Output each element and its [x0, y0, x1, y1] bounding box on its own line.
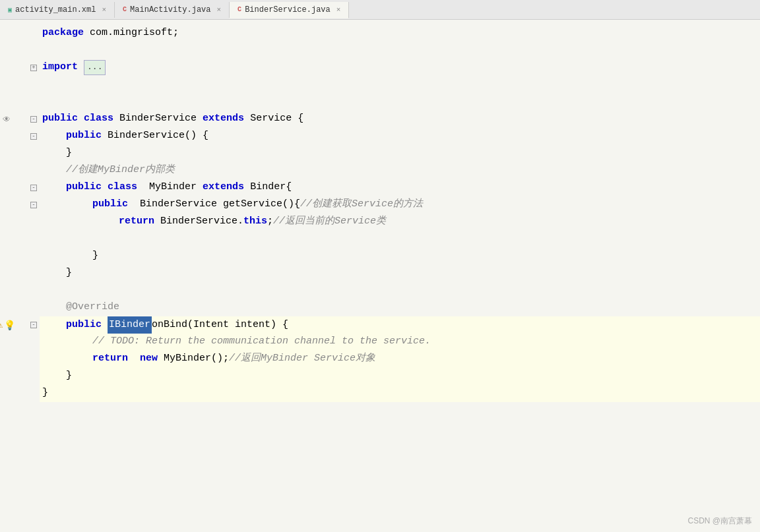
kw-return-1: return — [119, 214, 154, 229]
line-blank-1 — [40, 42, 760, 59]
code-area: package com.mingrisoft; import ... publi… — [40, 20, 760, 532]
collapse-import[interactable]: + — [30, 65, 37, 71]
comment-mybinder: //创建MyBinder内部类 — [66, 162, 175, 178]
kw-class-2: class — [108, 179, 137, 195]
gutter-17 — [13, 299, 40, 316]
indicator-11 — [0, 196, 13, 214]
kw-public-4: public — [92, 196, 128, 212]
line-inner-class-close: } — [40, 265, 760, 282]
gutter-8 — [13, 145, 40, 162]
collapse-inner-class[interactable]: - — [30, 185, 37, 191]
line-blank-5 — [40, 282, 760, 299]
gutter-18: - — [13, 316, 40, 334]
indicator-18: ⚠ 💡 — [0, 316, 13, 334]
tab-close-main-activity[interactable]: × — [217, 6, 222, 14]
classname-binder-parent: Binder{ — [250, 179, 292, 195]
brace-close-3: } — [66, 265, 72, 281]
indicator-6: 👁 — [0, 111, 13, 128]
indicator-22 — [0, 385, 13, 402]
indicator-12 — [0, 214, 13, 231]
editor-area: 👁 ⚠ 💡 — [0, 20, 760, 532]
indicator-21 — [0, 368, 13, 385]
kw-import: import — [42, 59, 78, 75]
indicator-17 — [0, 299, 13, 316]
method-getservice: getService(){ — [223, 196, 300, 212]
line-inner-method-close: } — [40, 248, 760, 265]
tab-main-activity[interactable]: C MainActivity.java × — [115, 2, 230, 18]
tab-binder-service[interactable]: C BinderService.java × — [230, 2, 349, 18]
collapse-class[interactable]: - — [30, 116, 37, 123]
indicator-16 — [0, 282, 13, 299]
indicator-20 — [0, 351, 13, 368]
kw-public-5: public — [66, 317, 102, 333]
package-name: com.mingrisoft; — [90, 25, 179, 41]
line-onbind-close: } — [40, 368, 760, 385]
return-this-expr: BinderService. — [160, 214, 243, 229]
ibinder-highlight: IBinder — [108, 316, 152, 334]
collapse-onbind[interactable]: - — [30, 322, 37, 328]
gutter-20 — [13, 351, 40, 368]
kw-new: new — [140, 351, 158, 367]
gutter-5 — [13, 94, 40, 111]
indicator-19 — [0, 334, 13, 351]
gutter-11: - — [13, 196, 40, 214]
gutter-13 — [13, 231, 40, 248]
kw-extends-2: extends — [203, 179, 244, 195]
gutter-22 — [13, 385, 40, 402]
collapse-get-service[interactable]: - — [30, 202, 37, 208]
java-icon-binder: C — [238, 6, 241, 13]
indicator-13 — [0, 231, 13, 248]
line-package: package com.mingrisoft; — [40, 25, 760, 42]
semicolon-1: ; — [267, 214, 273, 229]
constructor-name: BinderService() { — [108, 128, 208, 144]
java-icon-main: C — [123, 6, 127, 13]
indicator-7 — [0, 128, 13, 145]
tab-activity-main[interactable]: ▣ activity_main.xml × — [0, 2, 115, 18]
line-get-service: public BinderService getService(){//创建获取… — [40, 196, 760, 214]
kw-public-3: public — [66, 179, 102, 195]
kw-this: this — [243, 214, 267, 229]
tab-close-binder-service[interactable]: × — [336, 6, 341, 14]
gutter-4 — [13, 76, 40, 94]
gutter-15 — [13, 265, 40, 282]
classname-mybinder: MyBinder — [149, 179, 197, 195]
line-blank-4 — [40, 231, 760, 248]
kw-extends-1: extends — [203, 111, 244, 127]
indicator-15 — [0, 265, 13, 282]
line-constructor-close: } — [40, 145, 760, 162]
line-constructor: public BinderService() { — [40, 128, 760, 145]
classname-service: Service { — [250, 111, 303, 127]
line-inner-class: public class MyBinder extends Binder{ — [40, 179, 760, 196]
tab-label-main-activity: MainActivity.java — [130, 5, 210, 15]
watermark: CSDN @南宫萧幕 — [687, 516, 752, 527]
line-return-this: return BinderService.this;//返回当前的Service… — [40, 214, 760, 231]
line-onbind: public IBinder onBind(Intent intent) { — [40, 316, 760, 334]
line-class-close: } — [40, 385, 760, 402]
kw-public-2: public — [66, 128, 102, 144]
tab-close-activity-main[interactable]: × — [102, 6, 106, 14]
gutter-2 — [13, 42, 40, 59]
warning-icon: ⚠ — [0, 320, 3, 330]
gutter-12 — [13, 214, 40, 231]
gutter: + - - - - - — [13, 20, 40, 532]
classname-binder: BinderService — [119, 111, 197, 127]
indicator-8 — [0, 145, 13, 162]
tab-label-activity-main: activity_main.xml — [15, 5, 96, 15]
line-blank-2 — [40, 76, 760, 94]
collapse-constructor[interactable]: - — [30, 133, 37, 140]
brace-close-5: } — [42, 385, 48, 401]
gutter-1 — [13, 25, 40, 42]
line-return-mybinder: return new MyBinder();//返回MyBinder Servi… — [40, 351, 760, 368]
indicator-10 — [0, 179, 13, 196]
comment-getservice: //创建获取Service的方法 — [300, 196, 423, 212]
line-todo: // TODO: Return the communication channe… — [40, 334, 760, 351]
line-comment-mybinder: //创建MyBinder内部类 — [40, 162, 760, 179]
indicator-9 — [0, 162, 13, 179]
gutter-6: - — [13, 111, 40, 128]
gutter-10: - — [13, 179, 40, 196]
kw-return-2: return — [92, 351, 128, 367]
gutter-9 — [13, 162, 40, 179]
indicator-14 — [0, 248, 13, 265]
comment-return-mybinder: //返回MyBinder Service对象 — [229, 351, 375, 367]
eye-icon: 👁 — [3, 115, 11, 125]
